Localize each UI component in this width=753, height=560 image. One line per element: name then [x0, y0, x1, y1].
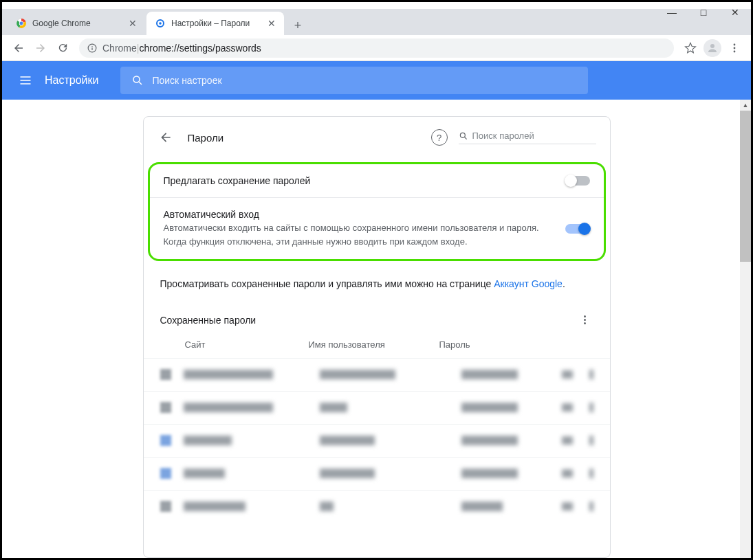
scroll-thumb[interactable]: [740, 111, 751, 262]
omnibox-path: chrome://settings/passwords: [139, 43, 261, 54]
omnibox[interactable]: Chrome | chrome://settings/passwords: [79, 38, 674, 58]
settings-search-input[interactable]: [152, 75, 577, 86]
browser-tabs-bar: Google Chrome ✕ Настройки – Пароли ✕ +: [2, 9, 751, 35]
svg-point-13: [133, 76, 140, 82]
password-search-input[interactable]: [472, 131, 596, 141]
scrollbar[interactable]: ▲: [740, 100, 751, 558]
password-row[interactable]: [144, 490, 610, 523]
settings-favicon: [155, 18, 166, 29]
password-row[interactable]: [144, 424, 610, 457]
pass-cell: [461, 469, 518, 478]
password-row[interactable]: [144, 391, 610, 424]
row-more-icon[interactable]: [589, 469, 593, 478]
window-close[interactable]: ✕: [719, 0, 751, 25]
pass-cell: [461, 436, 518, 445]
new-tab-button[interactable]: +: [288, 16, 307, 35]
row-more-icon[interactable]: [589, 502, 593, 511]
row-more-icon[interactable]: [589, 436, 593, 445]
password-search[interactable]: [459, 131, 596, 144]
svg-point-12: [734, 50, 736, 52]
tab-close-icon[interactable]: ✕: [129, 18, 137, 29]
profile-avatar[interactable]: [701, 37, 723, 59]
pass-cell: [461, 502, 503, 511]
tab-title: Настройки – Пароли: [171, 19, 262, 28]
chrome-favicon: [16, 18, 27, 29]
window-maximize[interactable]: □: [688, 0, 719, 25]
back-arrow-icon[interactable]: [157, 129, 174, 146]
tab-settings-passwords[interactable]: Настройки – Пароли ✕: [146, 12, 284, 35]
site-cell: [184, 502, 245, 511]
svg-point-11: [734, 47, 736, 49]
svg-line-14: [140, 82, 142, 85]
page-title: Пароли: [188, 132, 431, 144]
show-password-icon[interactable]: [562, 502, 573, 511]
nav-reload-icon[interactable]: [53, 38, 72, 58]
hamburger-icon[interactable]: [12, 67, 39, 94]
star-icon[interactable]: [679, 37, 701, 59]
nav-back-icon[interactable]: [9, 38, 28, 58]
password-row[interactable]: [144, 457, 610, 490]
row-more-icon[interactable]: [589, 403, 593, 412]
browser-menu-icon[interactable]: [723, 37, 745, 59]
user-cell: [320, 469, 375, 478]
user-cell: [320, 502, 334, 511]
passwords-card: Пароли ? Предлагать сохранение паролей А…: [143, 116, 611, 558]
svg-point-15: [460, 133, 465, 137]
auto-signin-desc: Автоматически входить на сайты с помощью…: [164, 221, 552, 248]
tab-title: Google Chrome: [32, 19, 123, 28]
svg-point-3: [20, 22, 23, 25]
browser-toolbar: Chrome | chrome://settings/passwords: [2, 35, 751, 61]
svg-point-10: [734, 43, 736, 45]
user-cell: [320, 436, 375, 445]
pass-cell: [461, 370, 518, 379]
offer-save-label: Предлагать сохранение паролей: [164, 175, 552, 186]
site-cell: [184, 403, 273, 412]
offer-save-toggle[interactable]: [565, 176, 590, 186]
col-site: Сайт: [185, 339, 309, 350]
nav-forward-icon[interactable]: [31, 38, 50, 58]
search-icon: [459, 131, 468, 141]
window-minimize[interactable]: —: [656, 0, 688, 25]
google-account-link[interactable]: Аккаунт Google: [494, 278, 563, 289]
show-password-icon[interactable]: [562, 370, 573, 379]
settings-search[interactable]: [120, 67, 588, 94]
show-password-icon[interactable]: [562, 469, 573, 478]
site-cell: [184, 436, 232, 445]
site-cell: [184, 370, 273, 379]
search-icon: [131, 74, 144, 87]
row-more-icon[interactable]: [589, 370, 593, 379]
site-cell: [184, 469, 225, 478]
auto-signin-label: Автоматический вход: [164, 209, 552, 220]
secure-icon: [87, 43, 97, 53]
show-password-icon[interactable]: [562, 436, 573, 445]
tab-close-icon[interactable]: ✕: [268, 18, 276, 29]
password-row[interactable]: [144, 358, 610, 391]
col-user: Имя пользователя: [309, 339, 439, 350]
svg-rect-8: [91, 47, 92, 50]
auto-signin-row: Автоматический вход Автоматически входит…: [150, 198, 604, 259]
more-icon[interactable]: [577, 315, 593, 324]
site-favicon: [160, 468, 171, 479]
show-password-icon[interactable]: [562, 403, 573, 412]
help-icon[interactable]: ?: [431, 129, 448, 146]
scroll-up-icon[interactable]: ▲: [740, 100, 751, 111]
auto-signin-toggle[interactable]: [565, 224, 590, 234]
highlighted-settings: Предлагать сохранение паролей Автоматиче…: [148, 162, 606, 261]
google-account-info: Просматривать сохраненные пароли и управ…: [144, 265, 610, 304]
pass-cell: [461, 403, 518, 412]
site-favicon: [160, 369, 171, 380]
col-pass: Пароль: [439, 339, 536, 350]
settings-title: Настройки: [45, 74, 98, 87]
omnibox-origin: Chrome: [102, 43, 137, 54]
user-cell: [320, 403, 347, 412]
svg-point-9: [710, 44, 714, 48]
site-favicon: [160, 435, 171, 446]
user-cell: [320, 370, 395, 379]
saved-passwords-title: Сохраненные пароли: [160, 315, 577, 326]
svg-point-5: [159, 22, 162, 25]
settings-header: Настройки: [2, 61, 751, 100]
tab-google-chrome[interactable]: Google Chrome ✕: [8, 12, 145, 35]
site-favicon: [160, 402, 171, 413]
site-favicon: [160, 501, 171, 512]
svg-line-16: [464, 137, 466, 139]
